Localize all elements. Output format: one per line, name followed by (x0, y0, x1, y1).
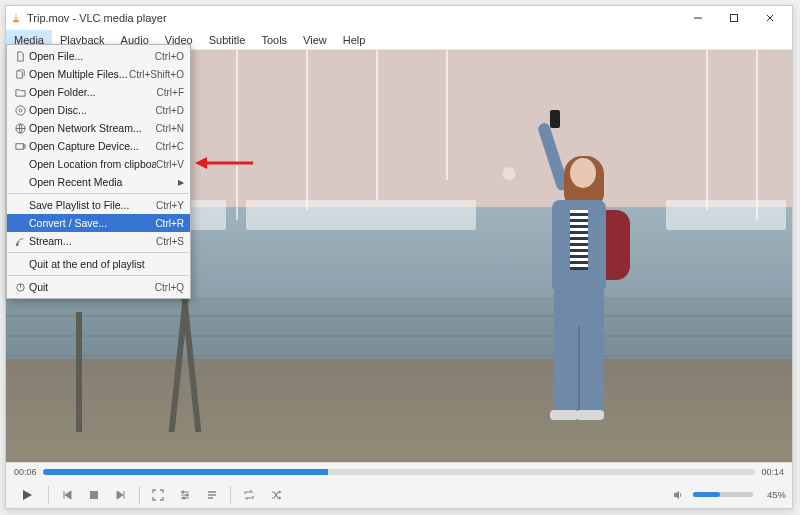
svg-rect-3 (731, 15, 738, 22)
disc-icon (11, 105, 29, 116)
play-button[interactable] (12, 484, 42, 506)
annotation-arrow (195, 155, 255, 171)
chevron-right-icon: ▶ (178, 178, 184, 187)
svg-rect-1 (15, 16, 17, 17)
menu-quit[interactable]: Quit Ctrl+Q (7, 278, 190, 296)
time-elapsed: 00:06 (14, 467, 37, 477)
menu-open-clipboard[interactable]: Open Location from clipboard Ctrl+V (7, 155, 190, 173)
video-subject-person (516, 110, 636, 430)
svg-rect-0 (13, 20, 19, 22)
menu-open-recent[interactable]: Open Recent Media ▶ (7, 173, 190, 191)
menu-stream[interactable]: Stream... Ctrl+S (7, 232, 190, 250)
menu-subtitle[interactable]: Subtitle (201, 30, 254, 49)
menu-open-multiple-files[interactable]: Open Multiple Files... Ctrl+Shift+O (7, 65, 190, 83)
maximize-button[interactable] (716, 6, 752, 30)
next-button[interactable] (109, 484, 133, 506)
shuffle-button[interactable] (264, 484, 288, 506)
svg-point-12 (16, 243, 18, 245)
vlc-cone-icon (10, 12, 22, 24)
menu-quit-at-end[interactable]: Quit at the end of playlist (7, 255, 190, 273)
svg-point-6 (186, 494, 188, 496)
seek-slider[interactable] (43, 469, 756, 475)
speaker-icon[interactable] (666, 484, 690, 506)
fullscreen-button[interactable] (146, 484, 170, 506)
volume-percent: 45% (760, 489, 786, 500)
capture-icon (11, 141, 29, 152)
menu-tools[interactable]: Tools (253, 30, 295, 49)
menu-save-playlist[interactable]: Save Playlist to File... Ctrl+Y (7, 196, 190, 214)
menu-open-capture-device[interactable]: Open Capture Device... Ctrl+C (7, 137, 190, 155)
controls-bar: 00:06 00:14 45% (6, 462, 792, 508)
svg-point-8 (15, 105, 24, 114)
network-icon (11, 123, 29, 134)
seek-progress (43, 469, 328, 475)
menu-open-folder[interactable]: Open Folder... Ctrl+F (7, 83, 190, 101)
menu-help[interactable]: Help (335, 30, 374, 49)
media-dropdown: Open File... Ctrl+O Open Multiple Files.… (6, 44, 191, 299)
previous-button[interactable] (55, 484, 79, 506)
menu-open-file[interactable]: Open File... Ctrl+O (7, 47, 190, 65)
menu-open-network-stream[interactable]: Open Network Stream... Ctrl+N (7, 119, 190, 137)
minimize-button[interactable] (680, 6, 716, 30)
quit-icon (11, 282, 29, 293)
close-button[interactable] (752, 6, 788, 30)
stream-icon (11, 236, 29, 247)
window-title: Trip.mov - VLC media player (27, 12, 167, 24)
playlist-button[interactable] (200, 484, 224, 506)
loop-button[interactable] (237, 484, 261, 506)
svg-rect-4 (90, 491, 98, 499)
time-total: 00:14 (761, 467, 784, 477)
folder-icon (11, 87, 29, 98)
titlebar: Trip.mov - VLC media player (6, 6, 792, 30)
volume-slider[interactable] (693, 492, 753, 497)
menu-view[interactable]: View (295, 30, 335, 49)
stop-button[interactable] (82, 484, 106, 506)
svg-point-5 (182, 491, 184, 493)
files-icon (11, 69, 29, 80)
menu-convert-save[interactable]: Convert / Save... Ctrl+R (7, 214, 190, 232)
svg-point-9 (19, 109, 22, 112)
volume-level (693, 492, 720, 497)
svg-rect-11 (15, 143, 22, 149)
svg-point-7 (183, 497, 185, 499)
extended-settings-button[interactable] (173, 484, 197, 506)
menu-open-disc[interactable]: Open Disc... Ctrl+D (7, 101, 190, 119)
svg-rect-2 (14, 18, 17, 19)
file-icon (11, 51, 29, 62)
